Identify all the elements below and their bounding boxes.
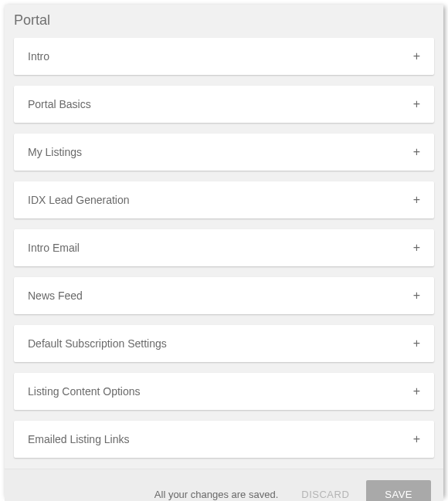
section-listing-content-options[interactable]: Listing Content Options + [14, 373, 434, 410]
plus-icon: + [413, 337, 420, 350]
section-default-subscription-settings[interactable]: Default Subscription Settings + [14, 325, 434, 362]
save-button[interactable]: Save [366, 480, 431, 501]
section-label: My Listings [28, 146, 82, 158]
plus-icon: + [413, 242, 420, 254]
section-intro-email[interactable]: Intro Email + [14, 229, 434, 266]
section-label: Portal Basics [28, 98, 91, 110]
plus-icon: + [413, 50, 420, 63]
plus-icon: + [413, 385, 420, 398]
page-title: Portal [14, 12, 434, 29]
section-emailed-listing-links[interactable]: Emailed Listing Links + [14, 421, 434, 458]
discard-button[interactable]: Discard [298, 484, 352, 501]
section-label: Default Subscription Settings [28, 337, 167, 350]
section-label: IDX Lead Generation [28, 194, 130, 206]
plus-icon: + [413, 146, 420, 158]
section-label: Intro Email [28, 242, 80, 254]
panel-footer: All your changes are saved. Discard Save [5, 469, 443, 501]
plus-icon: + [413, 98, 420, 110]
save-status-text: All your changes are saved. [154, 489, 278, 500]
section-portal-basics[interactable]: Portal Basics + [14, 86, 434, 123]
section-label: Emailed Listing Links [28, 433, 130, 445]
section-label: Intro [28, 50, 49, 63]
plus-icon: + [413, 289, 420, 302]
plus-icon: + [413, 433, 420, 445]
sections-list: Intro + Portal Basics + My Listings + ID… [5, 33, 443, 469]
panel-header: Portal [5, 5, 443, 33]
section-label: Listing Content Options [28, 385, 141, 398]
section-news-feed[interactable]: News Feed + [14, 277, 434, 314]
section-idx-lead-generation[interactable]: IDX Lead Generation + [14, 181, 434, 218]
section-intro[interactable]: Intro + [14, 38, 434, 75]
section-my-listings[interactable]: My Listings + [14, 134, 434, 171]
section-label: News Feed [28, 289, 83, 302]
plus-icon: + [413, 194, 420, 206]
settings-panel: Portal Intro + Portal Basics + My Listin… [5, 5, 443, 496]
